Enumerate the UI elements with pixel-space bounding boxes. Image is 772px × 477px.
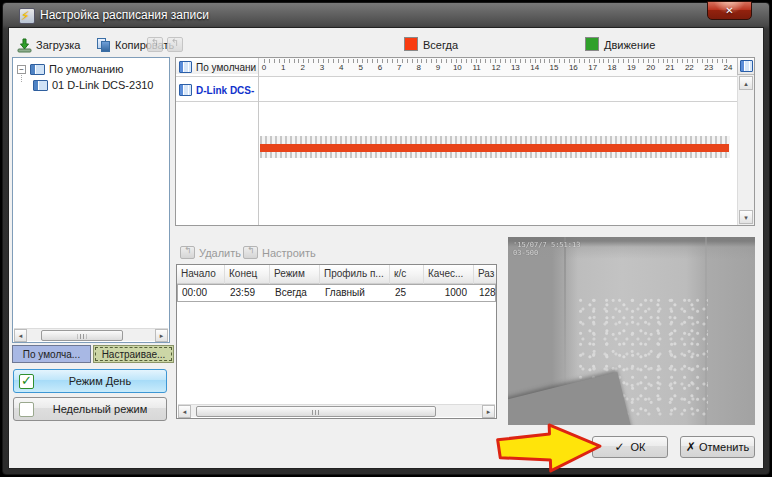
load-button[interactable]: Загрузка [17,36,80,54]
timeline-row-separator [176,101,737,102]
table-cell[interactable]: Главный [321,285,391,301]
camera-row-icon [179,84,192,96]
configure-icon [243,246,258,259]
hour-tick-label: 16 [569,63,578,72]
table-cell[interactable]: 23:59 [226,285,271,301]
day-mode-button[interactable]: Режим День [13,369,167,393]
name-column-divider [258,58,259,225]
scroll-left-icon[interactable]: ◂ [178,405,191,418]
hour-tick-label: 9 [436,63,440,72]
cancel-button[interactable]: ✗ Отменить [680,436,755,458]
table-header-row: НачалоКонецРежимПрофиль п...к/сКачес...Р… [177,265,496,284]
tree-root-item[interactable]: − По умолчанию [17,63,167,75]
tree-collapse-icon[interactable]: − [17,65,26,74]
ok-label: ОК [631,441,646,453]
title-bar[interactable]: ⚡ Настройка расписания записи [8,2,764,27]
delete-button-disabled[interactable]: Удалить [180,246,241,259]
tab-custom[interactable]: Настраивае... [93,345,174,363]
scroll-left-icon[interactable]: ◂ [14,329,27,342]
hour-tick-label: 22 [685,63,694,72]
timeline-separator [176,76,737,77]
download-icon [17,38,32,53]
table-row[interactable]: 00:0023:59ВсегдаГлавный251000128 [177,284,496,302]
hour-tick-label: 15 [550,63,559,72]
group-icon [30,64,45,75]
hour-tick-label: 10 [453,63,462,72]
table-column-header[interactable]: Режим [270,265,320,284]
hour-tick-label: 5 [358,63,362,72]
check-icon: ✓ [614,440,624,454]
scrollbar-thumb[interactable] [41,330,123,341]
table-column-header[interactable]: Раз [474,265,497,284]
checked-checkbox-icon[interactable] [19,374,34,389]
table-column-header[interactable]: Профиль п... [320,265,390,284]
camera-icon [33,80,48,91]
day-mode-label: Режим День [34,375,166,387]
table-cell[interactable]: 128 [475,285,497,301]
hour-tick-label: 2 [300,63,304,72]
cancel-label: Отменить [699,441,749,453]
scroll-right-icon[interactable]: ▸ [155,329,168,342]
table-column-header[interactable]: Качес... [424,265,474,284]
table-column-header[interactable]: Конец [225,265,270,284]
scroll-up-icon[interactable]: ▴ [739,76,753,90]
paste-icon-disabled [147,37,163,52]
legend-motion-swatch [585,37,599,51]
hour-tick-label: 23 [704,63,713,72]
week-mode-button[interactable]: Недельный режим [13,397,167,421]
table-cell[interactable]: 1000 [425,285,475,301]
lightning-icon: ⚡ [21,9,29,23]
foreground-object [508,372,634,425]
timeline-vertical-scrollbar[interactable]: ▴ ▾ [737,75,754,225]
hour-tick-label: 13 [511,63,520,72]
timeline-header-label: По умолчани [196,62,256,73]
timeline-panel: 0123456789101112131415161718192021222324… [175,57,755,226]
unchecked-checkbox-icon[interactable] [19,402,34,417]
hour-tick-label: 8 [416,63,420,72]
ok-button[interactable]: ✓ ОК [592,436,668,458]
camera-osd-text: '15/07/7 5:51:13 03-500 [513,241,580,257]
table-cell[interactable]: Всегда [271,285,321,301]
close-button[interactable]: ✕ [707,1,752,20]
table-cell[interactable]: 00:00 [178,285,226,301]
hour-tick-label: 4 [339,63,343,72]
scroll-down-icon[interactable]: ▾ [739,210,753,224]
paste-special-icon-disabled [167,37,183,52]
hour-tick-label: 0 [262,63,266,72]
configure-button-disabled[interactable]: Настроить [243,246,316,259]
copy-icon [97,38,111,52]
hour-tick-label: 3 [320,63,324,72]
timeline-row-label: D-Link DCS- [196,85,254,96]
legend-always-label: Всегда [423,39,458,51]
hour-tick-label: 18 [608,63,617,72]
tree-horizontal-scrollbar[interactable]: ◂ ▸ [14,328,168,341]
legend-always-swatch [404,37,418,51]
scrollbar-thumb[interactable] [196,406,436,417]
legend-motion-label: Движение [604,39,655,51]
app-icon: ⚡ [19,8,35,24]
always-schedule-bar[interactable] [260,144,729,152]
configure-label: Настроить [262,247,316,259]
timeline-header-cell[interactable]: По умолчани [176,60,258,74]
table-horizontal-scrollbar[interactable]: ◂ ▸ [178,404,495,417]
schedule-grid-icon [179,61,192,73]
copy-label: Копировать [115,39,174,51]
tree-camera-item[interactable]: 01 D-Link DCS-2310 [33,79,169,91]
tree-camera-label: 01 D-Link DCS-2310 [52,79,154,91]
delete-icon [180,246,195,259]
hour-tick-label: 12 [492,63,501,72]
table-column-header[interactable]: к/с [390,265,424,284]
table-column-header[interactable]: Начало [177,265,225,284]
hour-tick-label: 14 [530,63,539,72]
calendar-view-button[interactable] [737,58,754,75]
schedule-table: НачалоКонецРежимПрофиль п...к/сКачес...Р… [176,264,497,419]
tab-default[interactable]: По умолча... [12,345,91,363]
timeline-ruler: 0123456789101112131415161718192021222324 [259,58,737,76]
scroll-right-icon[interactable]: ▸ [482,405,495,418]
table-cell[interactable]: 25 [391,285,425,301]
tree-root-label: По умолчанию [49,63,123,75]
timeline-row-cell[interactable]: D-Link DCS- [176,82,258,98]
camera-preview: '15/07/7 5:51:13 03-500 [508,237,755,425]
hour-tick-label: 17 [588,63,597,72]
hour-tick-label: 21 [666,63,675,72]
